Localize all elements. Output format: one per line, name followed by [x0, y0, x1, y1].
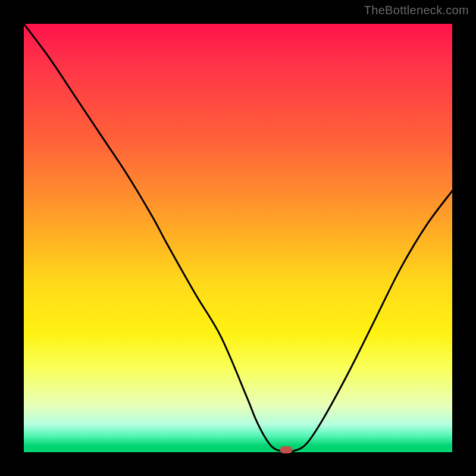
watermark-text: TheBottleneck.com	[364, 4, 469, 17]
plot-area	[24, 24, 452, 452]
bottleneck-curve	[24, 24, 452, 452]
optimum-marker	[280, 446, 292, 453]
